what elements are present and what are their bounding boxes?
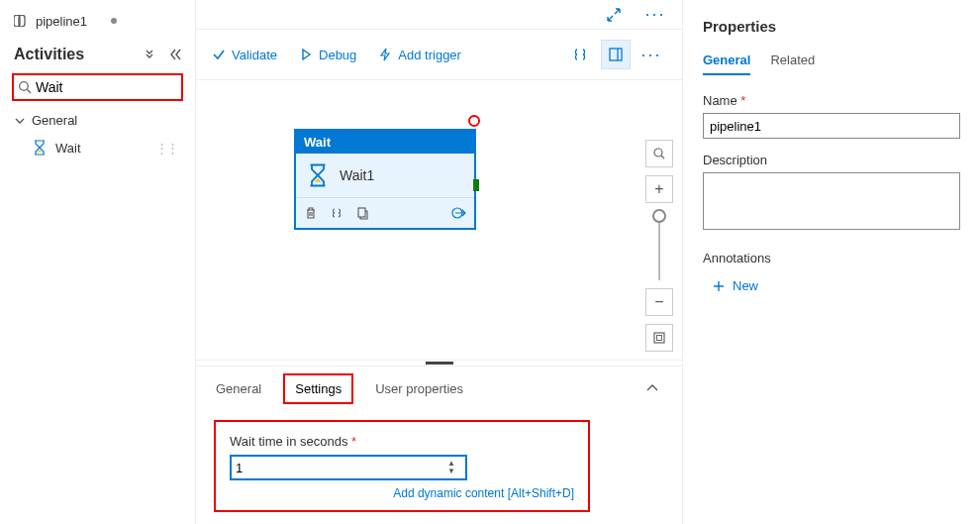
svg-point-2 — [20, 82, 29, 91]
activity-wait-label: Wait — [55, 141, 81, 156]
play-icon — [299, 48, 313, 61]
name-label: Name * — [703, 93, 960, 108]
group-general-label: General — [32, 113, 77, 128]
pipeline-tab[interactable]: pipeline1 — [14, 14, 117, 29]
hide-panel-icon[interactable] — [167, 49, 181, 60]
wait-time-label: Wait time in seconds * — [230, 434, 574, 449]
add-annotation-button[interactable]: New — [703, 278, 758, 293]
zoom-fit-button[interactable] — [645, 324, 673, 352]
zoom-slider-thumb[interactable] — [652, 209, 666, 223]
svg-line-9 — [661, 156, 664, 158]
drag-grip-icon[interactable]: ⋮⋮ — [155, 141, 177, 156]
check-icon — [212, 48, 226, 61]
copy-icon[interactable] — [351, 202, 373, 224]
tab-general[interactable]: General — [214, 371, 263, 406]
file-tab-strip: pipeline1 — [8, 6, 187, 36]
node-name-label: Wait1 — [340, 167, 374, 183]
pipeline-icon — [14, 15, 30, 27]
zoom-out-button[interactable]: − — [645, 288, 673, 316]
error-marker-icon — [468, 115, 480, 127]
dirty-indicator-icon — [111, 18, 117, 24]
collapse-all-icon[interactable] — [146, 49, 159, 60]
properties-pane-icon[interactable] — [601, 40, 631, 69]
highlight-box: Wait time in seconds * ▲▼ Add dynamic co… — [214, 420, 590, 512]
props-tab-general[interactable]: General — [703, 52, 750, 75]
zoom-search-button[interactable] — [645, 140, 673, 167]
props-tab-related[interactable]: Related — [770, 52, 815, 75]
add-dynamic-content-link[interactable]: Add dynamic content [Alt+Shift+D] — [230, 486, 574, 500]
search-icon — [18, 80, 32, 94]
toolbar-more-icon[interactable]: ··· — [637, 40, 666, 69]
expand-icon[interactable] — [599, 0, 629, 30]
svg-rect-4 — [610, 49, 622, 60]
properties-title: Properties — [703, 18, 960, 35]
description-label: Description — [703, 153, 960, 167]
description-textarea[interactable] — [703, 172, 960, 230]
validate-button[interactable]: Validate — [212, 48, 277, 62]
zoom-controls: + − — [637, 80, 682, 360]
validate-label: Validate — [232, 48, 277, 62]
center-area: ··· Validate Debug Add trigger — [196, 0, 683, 524]
output-arrow-icon[interactable] — [448, 202, 470, 224]
add-trigger-button[interactable]: Add trigger — [378, 48, 461, 62]
code-icon[interactable] — [326, 202, 347, 224]
wait-activity-node[interactable]: Wait Wait1 — [295, 130, 475, 229]
zoom-slider[interactable] — [658, 211, 660, 280]
delete-icon[interactable] — [300, 202, 322, 224]
hourglass-icon — [32, 140, 48, 156]
activities-title: Activities — [14, 46, 84, 63]
add-annotation-label: New — [733, 278, 758, 293]
add-trigger-label: Add trigger — [398, 48, 461, 62]
activities-panel: pipeline1 Activities General — [0, 0, 196, 524]
activities-search-input[interactable] — [32, 79, 177, 95]
name-input[interactable] — [703, 113, 960, 139]
hourglass-icon — [306, 163, 330, 187]
trigger-icon — [378, 48, 392, 61]
pipeline-tab-label: pipeline1 — [36, 14, 87, 29]
zoom-in-button[interactable]: + — [645, 175, 673, 203]
svg-rect-11 — [657, 336, 662, 341]
debug-label: Debug — [319, 48, 356, 62]
activity-wait[interactable]: Wait ⋮⋮ — [8, 134, 187, 161]
wait-time-input-wrap[interactable]: ▲▼ — [230, 455, 467, 480]
svg-point-8 — [654, 149, 662, 157]
tab-user-properties[interactable]: User properties — [373, 371, 465, 406]
chevron-down-icon — [14, 115, 26, 127]
properties-pane: Properties General Related Name * Descri… — [683, 0, 980, 524]
svg-rect-6 — [358, 208, 365, 217]
group-general[interactable]: General — [8, 107, 187, 134]
annotations-label: Annotations — [703, 251, 960, 265]
spinner-icon[interactable]: ▲▼ — [447, 460, 461, 475]
design-canvas[interactable]: Wait Wait1 — [196, 80, 637, 360]
debug-button[interactable]: Debug — [299, 48, 356, 62]
svg-line-3 — [27, 89, 31, 93]
pipeline-toolbar: Validate Debug Add trigger ··· — [196, 30, 682, 80]
collapse-panel-icon[interactable] — [640, 383, 664, 393]
code-view-icon[interactable] — [565, 40, 595, 69]
more-icon[interactable]: ··· — [640, 0, 670, 30]
plus-icon — [713, 280, 725, 292]
activity-settings-panel: General Settings User properties Wait ti… — [196, 366, 682, 524]
svg-rect-10 — [654, 333, 664, 343]
tab-settings[interactable]: Settings — [283, 373, 353, 404]
node-type-label: Wait — [296, 131, 474, 154]
activities-search[interactable] — [12, 73, 183, 101]
node-output-port[interactable] — [473, 179, 479, 191]
wait-time-input[interactable] — [236, 461, 447, 475]
